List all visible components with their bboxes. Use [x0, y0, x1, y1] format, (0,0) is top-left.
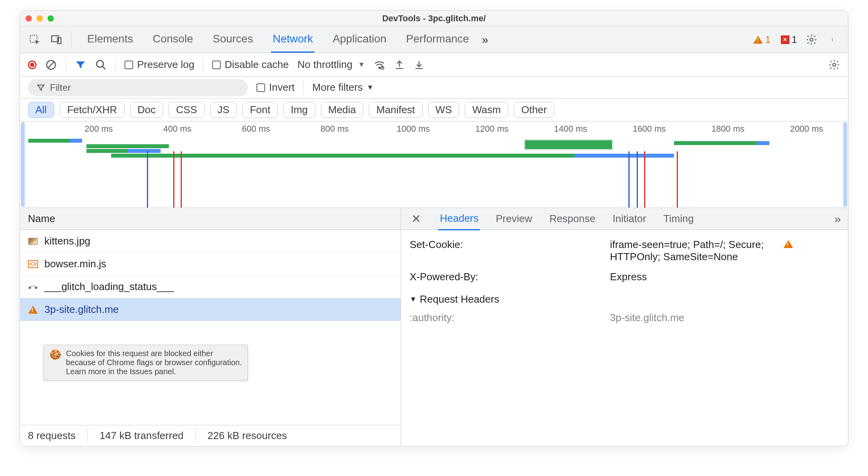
disclosure-triangle-icon: ▼ [410, 295, 417, 303]
search-icon[interactable] [95, 59, 107, 71]
type-wasm[interactable]: Wasm [465, 102, 508, 118]
details-tabs: ✕ Headers Preview Response Initiator Tim… [401, 208, 848, 230]
warnings-badge[interactable]: 1 [753, 34, 770, 45]
tooltip-text: Cookies for this request are blocked eit… [66, 349, 242, 376]
js-file-icon: <> [28, 259, 38, 269]
svg-point-3 [810, 38, 813, 41]
more-details-tabs-icon[interactable]: » [834, 212, 841, 226]
type-other[interactable]: Other [514, 102, 554, 118]
request-details-panel: ✕ Headers Preview Response Initiator Tim… [401, 208, 848, 446]
tab-network[interactable]: Network [271, 26, 315, 53]
tab-elements[interactable]: Elements [86, 26, 135, 53]
network-conditions-icon[interactable] [374, 59, 385, 71]
settings-icon[interactable] [804, 32, 819, 47]
invert-checkbox[interactable]: Invert [256, 81, 295, 94]
type-js[interactable]: JS [210, 102, 237, 118]
record-button[interactable] [28, 61, 37, 69]
svg-point-8 [97, 60, 104, 67]
more-filters-select[interactable]: More filters ▼ [312, 81, 374, 94]
warning-icon [753, 36, 763, 44]
type-fetch-xhr[interactable]: Fetch/XHR [60, 102, 125, 118]
svg-point-9 [379, 67, 380, 68]
request-row[interactable]: <> bowser.min.js [20, 253, 401, 276]
type-ws[interactable]: WS [428, 102, 460, 118]
svg-point-11 [833, 63, 836, 66]
errors-count: 1 [792, 34, 797, 45]
network-split: Name kittens.jpg <> bowser.min.js ___gli… [20, 208, 848, 446]
errors-badge[interactable]: × 1 [781, 34, 797, 45]
resource-type-filters: All Fetch/XHR Doc CSS JS Font Img Media … [20, 99, 848, 121]
filter-input[interactable]: Filter [28, 79, 248, 96]
upload-har-icon[interactable] [394, 59, 405, 70]
timeline-lanes [20, 136, 848, 208]
devtools-window: DevTools - 3pc.glitch.me/ Elements Conso… [20, 10, 848, 447]
request-headers-section[interactable]: ▼ Request Headers [410, 287, 839, 308]
warnings-count: 1 [765, 34, 770, 45]
type-font[interactable]: Font [242, 102, 278, 118]
summary-resources: 226 kB resources [207, 430, 287, 442]
request-name: 3p-site.glitch.me [44, 303, 119, 316]
request-row[interactable]: 3p-site.glitch.me [20, 298, 401, 321]
tab-application[interactable]: Application [331, 26, 388, 53]
kebab-menu-icon[interactable] [826, 32, 841, 47]
warning-icon [28, 305, 38, 315]
request-row[interactable]: kittens.jpg [20, 230, 401, 253]
download-har-icon[interactable] [414, 59, 425, 70]
disable-cache-checkbox[interactable]: Disable cache [212, 59, 289, 71]
details-tab-headers[interactable]: Headers [438, 208, 480, 230]
type-all[interactable]: All [28, 102, 54, 118]
minimize-window-button[interactable] [37, 15, 43, 22]
tab-performance[interactable]: Performance [405, 26, 471, 53]
cookie-blocked-tooltip: 🍪 Cookies for this request are blocked e… [44, 345, 248, 380]
network-settings-icon[interactable] [828, 59, 840, 71]
tab-console[interactable]: Console [151, 26, 195, 53]
type-media[interactable]: Media [321, 102, 364, 118]
filter-toggle-icon[interactable] [75, 59, 86, 71]
tab-sources[interactable]: Sources [211, 26, 255, 53]
svg-point-6 [832, 40, 833, 41]
maximize-window-button[interactable] [48, 15, 54, 22]
more-tabs-icon[interactable]: » [478, 32, 493, 47]
device-toolbar-icon[interactable] [49, 32, 64, 47]
chevron-down-icon: ▼ [367, 83, 374, 92]
close-details-icon[interactable]: ✕ [408, 212, 424, 226]
timeline-overview[interactable]: 200 ms 400 ms 600 ms 800 ms 1000 ms 1200… [20, 121, 848, 208]
clear-button[interactable] [45, 59, 57, 71]
header-row: X-Powered-By: Express [410, 267, 839, 287]
summary-transferred: 147 kB transferred [99, 430, 183, 442]
chevron-down-icon: ▼ [358, 61, 365, 69]
error-icon: × [781, 35, 789, 44]
svg-point-5 [832, 39, 833, 40]
request-list-header[interactable]: Name [20, 208, 401, 230]
type-doc[interactable]: Doc [130, 102, 163, 118]
details-tab-initiator[interactable]: Initiator [611, 208, 648, 230]
filter-icon [37, 83, 45, 92]
request-name: bowser.min.js [44, 258, 106, 270]
details-tab-preview[interactable]: Preview [494, 208, 533, 230]
header-name: X-Powered-By: [410, 271, 594, 283]
details-tab-timing[interactable]: Timing [662, 208, 695, 230]
network-toolbar: Preserve log Disable cache No throttling… [20, 53, 848, 77]
disable-cache-label: Disable cache [225, 59, 289, 71]
details-tab-response[interactable]: Response [548, 208, 597, 230]
header-value: iframe-seen=true; Path=/; Secure; HTTPOn… [610, 239, 793, 263]
request-summary: 8 requests 147 kB transferred 226 kB res… [20, 425, 401, 446]
preserve-log-checkbox[interactable]: Preserve log [125, 59, 194, 71]
header-name: Set-Cookie: [410, 239, 594, 263]
type-css[interactable]: CSS [168, 102, 204, 118]
close-window-button[interactable] [26, 15, 32, 22]
throttling-select[interactable]: No throttling ▼ [297, 59, 365, 71]
type-manifest[interactable]: Manifest [369, 102, 422, 118]
svg-point-4 [832, 38, 833, 39]
header-row: Set-Cookie: iframe-seen=true; Path=/; Se… [410, 235, 839, 267]
request-name: ___glitch_loading_status___ [44, 281, 174, 293]
titlebar: DevTools - 3pc.glitch.me/ [20, 11, 848, 26]
preserve-log-label: Preserve log [137, 59, 194, 71]
headers-body: Set-Cookie: iframe-seen=true; Path=/; Se… [401, 230, 848, 446]
inspect-element-icon[interactable] [27, 32, 42, 47]
request-row[interactable]: ___glitch_loading_status___ [20, 276, 401, 298]
svg-point-13 [35, 287, 37, 289]
warning-icon [784, 240, 793, 248]
request-name: kittens.jpg [44, 235, 90, 247]
type-img[interactable]: Img [283, 102, 315, 118]
